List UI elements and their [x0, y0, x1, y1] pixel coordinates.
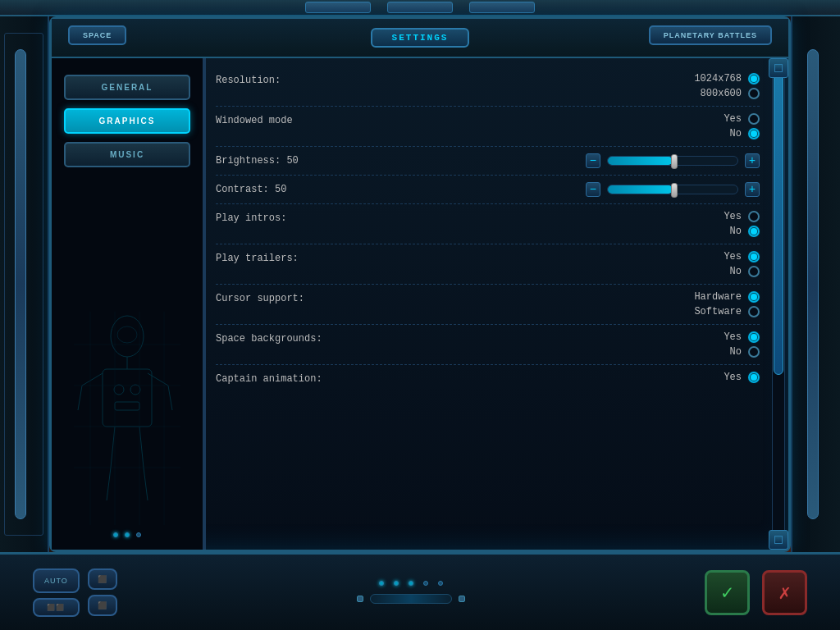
music-button[interactable]: MUSIC [64, 142, 190, 167]
cursor-hardware-row: Hardware [347, 291, 760, 303]
resolution-800-row: 800x600 [347, 88, 760, 99]
bottom-dot-2 [394, 581, 399, 586]
intros-no-row: No [347, 226, 760, 237]
svg-line-9 [107, 468, 111, 500]
space-nav-button[interactable]: SPACE [68, 25, 126, 45]
bottom-center-bars [357, 594, 465, 604]
cursor-support-label: Cursor support: [216, 291, 347, 304]
resolution-800-radio[interactable] [748, 88, 760, 99]
spacebg-yes-row: Yes [347, 331, 760, 343]
trailers-no-label: No [730, 266, 742, 277]
svg-rect-14 [115, 402, 139, 410]
trailers-yes-radio[interactable] [748, 251, 760, 262]
captain-animation-controls: Yes [347, 372, 760, 383]
cursor-software-label: Software [694, 306, 742, 317]
windowed-no-label: No [730, 128, 742, 139]
bottom-dot-1 [379, 581, 384, 586]
brightness-slider-fill [608, 157, 673, 165]
right-decoration [791, 16, 840, 552]
cursor-support-row: Cursor support: Hardware Software [216, 285, 760, 325]
brightness-increase-btn[interactable]: + [745, 153, 760, 168]
main-panel: SPACE SETTINGS PLANETARY BATTLES [49, 16, 791, 552]
bottom-btn-group: AUTO ⬛⬛ [33, 568, 80, 617]
windowed-no-radio[interactable] [748, 128, 760, 139]
brightness-decrease-btn[interactable]: − [586, 153, 600, 168]
scroll-indicator-top[interactable] [769, 58, 788, 78]
windowed-no-row: No [347, 128, 760, 139]
bottom-dot-5 [438, 581, 443, 586]
intros-no-label: No [730, 226, 742, 237]
bottom-center [357, 581, 465, 604]
windowed-yes-label: Yes [724, 113, 742, 125]
auto-button[interactable]: AUTO [33, 568, 80, 593]
cursor-support-controls: Hardware Software [347, 291, 760, 317]
space-backgrounds-row: Space backgrounds: Yes No [216, 325, 760, 365]
cursor-software-radio[interactable] [748, 306, 760, 317]
scroll-box-icon [774, 64, 783, 72]
dot-3 [136, 532, 141, 537]
svg-line-11 [144, 468, 148, 500]
svg-point-1 [117, 326, 137, 343]
trailers-no-radio[interactable] [748, 266, 760, 277]
robot-blueprint [60, 304, 194, 533]
brightness-label: Brightness: 50 [216, 153, 347, 167]
general-button[interactable]: GENERAL [64, 75, 190, 100]
svg-line-6 [148, 373, 168, 386]
captain-yes-label: Yes [724, 372, 742, 383]
left-decoration [0, 16, 49, 552]
bottom-dot-4 [423, 581, 428, 586]
dot-1 [113, 532, 118, 537]
trailers-no-row: No [347, 266, 760, 277]
sidebar-nav: GENERAL GRAPHICS MUSIC [64, 75, 190, 167]
contrast-slider-thumb[interactable] [671, 183, 678, 198]
space-backgrounds-label: Space backgrounds: [216, 331, 347, 345]
contrast-slider-row: − + [347, 182, 760, 197]
panel-body: GENERAL GRAPHICS MUSIC [52, 58, 788, 550]
play-trailers-row: Play trailers: Yes No [216, 244, 760, 285]
planetary-battles-nav-button[interactable]: PLANETARY BATTLES [649, 25, 772, 45]
windowed-mode-row: Windowed mode Yes No [216, 107, 760, 147]
play-intros-label: Play intros: [216, 211, 347, 224]
sidebar: GENERAL GRAPHICS MUSIC [52, 58, 203, 550]
confirm-button[interactable]: ✓ [705, 570, 750, 615]
bottom-btn-3[interactable]: ⬛ [88, 568, 117, 590]
cancel-button[interactable]: ✗ [762, 570, 807, 615]
resolution-1024-label: 840x630 [694, 73, 742, 84]
scroll-indicator-bottom[interactable] [769, 530, 788, 550]
spacebg-no-radio[interactable] [748, 346, 760, 358]
intros-no-radio[interactable] [748, 226, 760, 237]
captain-animation-row: Captain animation: Yes [216, 365, 760, 391]
contrast-slider-track[interactable] [607, 185, 738, 194]
contrast-label: Contrast: 50 [216, 182, 347, 195]
windowed-mode-controls: Yes No [347, 113, 760, 139]
panel-header: SPACE SETTINGS PLANETARY BATTLES [52, 19, 788, 58]
top-bar-decoration-2 [387, 2, 453, 13]
svg-point-12 [114, 385, 124, 395]
top-bar-decoration-1 [305, 2, 371, 13]
intros-yes-radio[interactable] [748, 211, 760, 222]
center-progress-bar [370, 594, 452, 604]
brightness-slider-track[interactable] [607, 156, 738, 166]
bottom-btn-2[interactable]: ⬛⬛ [33, 598, 80, 617]
windowed-yes-radio[interactable] [748, 113, 760, 125]
brightness-slider-thumb[interactable] [671, 154, 678, 169]
resolution-controls: 840x630 800x600 [347, 73, 760, 99]
resolution-1024-radio[interactable] [748, 73, 760, 84]
trailers-yes-row: Yes [347, 251, 760, 262]
spacebg-no-label: No [730, 346, 742, 358]
contrast-decrease-btn[interactable]: − [586, 182, 600, 197]
bottom-btn-4[interactable]: ⬛ [88, 595, 117, 616]
brightness-controls: − + [347, 153, 760, 168]
settings-tab-label: SETTINGS [371, 28, 470, 48]
resolution-800-label: 800x600 [701, 88, 742, 99]
dot-2 [125, 532, 130, 537]
play-intros-controls: Yes No [347, 211, 760, 237]
right-pillar [807, 49, 819, 519]
sidebar-dots [52, 532, 203, 537]
spacebg-yes-radio[interactable] [748, 331, 760, 343]
graphics-button[interactable]: GRAPHICS [64, 108, 190, 134]
windowed-yes-row: Yes [347, 113, 760, 125]
cursor-hardware-radio[interactable] [748, 291, 760, 303]
contrast-increase-btn[interactable]: + [745, 182, 760, 197]
captain-yes-radio[interactable] [748, 372, 760, 383]
